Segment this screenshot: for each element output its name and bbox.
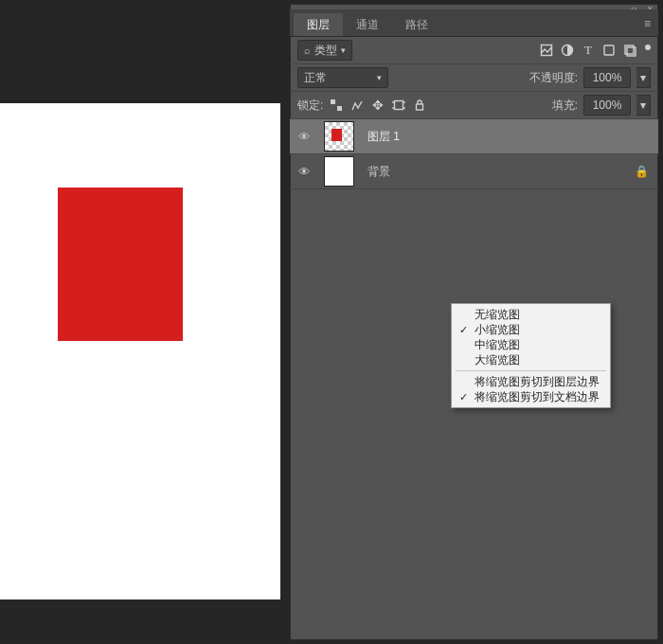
lock-artboard-icon[interactable] — [391, 98, 406, 113]
opacity-value: 100% — [593, 71, 622, 84]
tab-channels[interactable]: 通道 — [343, 13, 392, 36]
svg-rect-0 — [542, 45, 552, 56]
chevron-down-icon: ▾ — [377, 73, 382, 82]
blend-mode-dropdown[interactable]: 正常 ▾ — [297, 67, 388, 88]
layer-thumbnail[interactable] — [324, 121, 354, 152]
svg-rect-12 — [417, 104, 423, 110]
filter-kind-label: 类型 — [314, 43, 337, 59]
visibility-icon[interactable]: 👁 — [290, 130, 318, 144]
filter-row: ⌕ 类型 ▾ T — [290, 37, 658, 64]
opacity-value-box[interactable]: 100% — [583, 67, 631, 88]
filter-toggle-icon[interactable] — [645, 45, 651, 50]
layer-row[interactable]: 👁 图层 1 — [290, 119, 658, 154]
layer-thumbnail[interactable] — [324, 156, 354, 187]
opacity-caret[interactable]: ▾ — [636, 67, 651, 88]
ctx-item-no-thumb[interactable]: 无缩览图 — [452, 307, 610, 322]
fill-value-box[interactable]: 100% — [583, 95, 631, 116]
blend-row: 正常 ▾ 不透明度: 100% ▾ — [290, 64, 658, 92]
lock-transparent-icon[interactable] — [329, 98, 344, 113]
lock-label: 锁定: — [297, 98, 323, 114]
svg-rect-5 — [331, 99, 335, 104]
fill-caret[interactable]: ▾ — [636, 95, 651, 116]
panel-tabs: 图层 通道 路径 ≡ — [290, 9, 658, 37]
ctx-item-large-thumb[interactable]: 大缩览图 — [452, 352, 610, 367]
shape-filter-icon[interactable] — [601, 43, 617, 58]
lock-image-icon[interactable] — [349, 98, 365, 113]
layer-thumbnail-content — [332, 129, 342, 141]
layer-name[interactable]: 背景 — [367, 164, 390, 180]
visibility-icon[interactable]: 👁 — [290, 165, 318, 179]
fill-value: 100% — [593, 98, 622, 112]
svg-rect-7 — [395, 101, 403, 110]
layer-row[interactable]: 👁 背景 🔒 — [290, 154, 658, 189]
lock-position-icon[interactable]: ✥ — [370, 98, 385, 113]
ctx-item-clip-layer[interactable]: 将缩览图剪切到图层边界 — [452, 374, 610, 389]
ctx-item-small-thumb[interactable]: 小缩览图 — [452, 322, 610, 337]
svg-rect-2 — [604, 45, 614, 55]
canvas-document[interactable] — [0, 103, 280, 599]
svg-rect-6 — [337, 106, 342, 111]
ctx-item-medium-thumb[interactable]: 中缩览图 — [452, 337, 610, 352]
tab-paths[interactable]: 路径 — [392, 13, 441, 36]
lock-all-icon[interactable] — [412, 98, 427, 113]
layer-list: 👁 图层 1 👁 背景 🔒 — [290, 119, 658, 189]
panel-menu-icon[interactable]: ≡ — [644, 17, 651, 30]
fill-label: 填充: — [552, 98, 578, 114]
search-icon: ⌕ — [304, 45, 311, 56]
image-filter-icon[interactable] — [539, 43, 554, 58]
type-filter-icon[interactable]: T — [581, 43, 596, 58]
thumbnail-context-menu: 无缩览图 小缩览图 中缩览图 大缩览图 将缩览图剪切到图层边界 将缩览图剪切到文… — [451, 303, 611, 408]
ctx-item-clip-doc[interactable]: 将缩览图剪切到文档边界 — [452, 389, 610, 404]
lock-row: 锁定: ✥ 填充: 100% ▾ — [290, 92, 658, 119]
tab-layers[interactable]: 图层 — [294, 13, 343, 36]
adjustment-filter-icon[interactable] — [560, 43, 575, 58]
layer-name[interactable]: 图层 1 — [367, 129, 400, 145]
chevron-down-icon: ▾ — [341, 45, 346, 55]
ctx-separator — [456, 370, 606, 371]
opacity-label: 不透明度: — [529, 70, 578, 86]
blend-mode-value: 正常 — [304, 70, 327, 86]
smart-filter-icon[interactable] — [622, 43, 637, 58]
lock-icon[interactable]: 🔒 — [635, 165, 649, 178]
filter-kind-dropdown[interactable]: ⌕ 类型 ▾ — [297, 40, 352, 61]
canvas-red-square — [58, 188, 183, 341]
